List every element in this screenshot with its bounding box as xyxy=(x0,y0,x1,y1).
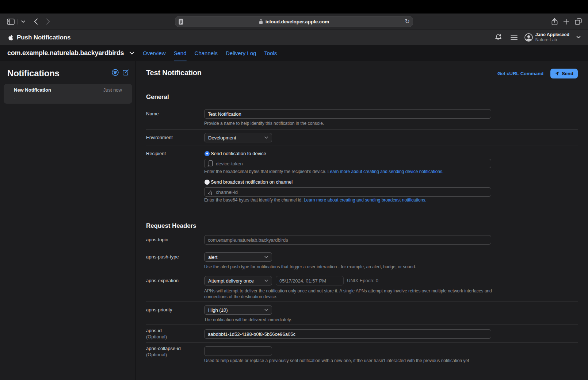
apns-collapse-id-input[interactable] xyxy=(204,346,272,356)
apns-id-label-text: apns-id xyxy=(146,328,162,333)
device-token-input[interactable] xyxy=(204,159,491,168)
apns-priority-help: The notification will be delivered immed… xyxy=(204,317,493,323)
forward-button-icon[interactable] xyxy=(46,18,50,25)
channel-help-text: Enter the base64 bytes that identify the… xyxy=(204,197,304,203)
channel-learn-more-link[interactable]: Learn more about creating and sending br… xyxy=(304,197,427,203)
device-help: Enter the hexadecimal bytes that identif… xyxy=(204,169,493,175)
apns-push-type-label: apns-push-type xyxy=(146,254,179,260)
device-radio[interactable] xyxy=(205,151,210,156)
name-label: Name xyxy=(146,111,159,117)
apns-id-label: apns-id(Optional) xyxy=(146,327,167,340)
recipient-label: Recipient xyxy=(146,150,166,157)
tab-tools[interactable]: Tools xyxy=(264,45,277,61)
apns-expiration-label: apns-expiration xyxy=(146,277,179,284)
send-button-label: Send xyxy=(562,71,573,76)
divider xyxy=(146,370,578,370)
apns-topic-input[interactable] xyxy=(204,235,491,245)
bundle-id: com.example.naturelab.backyardbirds xyxy=(7,49,124,57)
divider xyxy=(146,146,578,146)
tab-overview-icon[interactable] xyxy=(575,18,582,25)
account-org: Nature Lab xyxy=(535,38,569,43)
apns-expiration-value: Attempt delivery once xyxy=(208,278,254,284)
divider xyxy=(146,272,578,272)
tab-overview[interactable]: Overview xyxy=(143,45,166,61)
address-bar[interactable]: icloud.developer.apple.com ↻ xyxy=(175,16,413,27)
device-learn-more-link[interactable]: Learn more about creating and sending de… xyxy=(328,169,444,174)
apns-collapse-id-label: apns-collapse-id(Optional) xyxy=(146,345,181,358)
apple-logo-icon xyxy=(8,34,14,41)
apns-expiration-select[interactable]: Attempt delivery once xyxy=(204,276,272,285)
notification-list-item[interactable]: New Notification Just now - xyxy=(4,84,132,104)
apns-id-input[interactable] xyxy=(204,329,491,339)
device-radio-label: Send notification to device xyxy=(211,151,266,156)
apns-expiration-help: APNs will attempt to deliver the notific… xyxy=(204,288,493,300)
tab-send[interactable]: Send xyxy=(174,45,187,61)
content-area: Notifications xyxy=(0,61,588,380)
mac-menu-strip xyxy=(0,0,588,14)
send-button[interactable]: Send xyxy=(550,69,578,78)
sidebar-toggle-icon[interactable] xyxy=(7,19,15,25)
compose-icon[interactable] xyxy=(122,69,129,76)
apns-collapse-id-help: Used to help update or replace a previou… xyxy=(204,358,569,364)
account-name: Jane Appleseed xyxy=(535,32,569,37)
apns-push-type-value: alert xyxy=(208,254,217,260)
apns-priority-label: apns-priority xyxy=(146,307,172,313)
notification-item-time: Just now xyxy=(103,87,122,93)
divider xyxy=(146,87,578,87)
apns-priority-select[interactable]: High (10) xyxy=(204,305,272,315)
lock-icon xyxy=(259,19,263,24)
reload-icon[interactable]: ↻ xyxy=(405,18,410,25)
account-chevron-icon xyxy=(576,36,581,39)
page-title: Test Notification xyxy=(146,69,202,77)
toolbar-divider xyxy=(18,19,18,24)
divider xyxy=(146,301,578,302)
apns-collapse-id-optional: (Optional) xyxy=(146,352,167,357)
sidebar-menu-chevron-icon[interactable] xyxy=(21,20,25,23)
back-button-icon[interactable] xyxy=(34,18,38,25)
name-input[interactable] xyxy=(204,109,491,119)
channel-radio[interactable] xyxy=(205,180,210,185)
unix-epoch-text: UNIX Epoch: 0 xyxy=(347,277,378,284)
apns-id-optional: (Optional) xyxy=(146,334,167,339)
apns-topic-label: apns-topic xyxy=(146,237,168,243)
browser-toolbar: icloud.developer.apple.com ↻ xyxy=(0,14,588,30)
paper-plane-icon xyxy=(555,71,560,76)
section-request-headers: Request Headers xyxy=(146,222,196,230)
device-help-text: Enter the hexadecimal bytes that identif… xyxy=(204,169,328,174)
get-curl-command-link[interactable]: Get cURL Command xyxy=(497,71,543,76)
notification-item-title: New Notification xyxy=(14,87,51,93)
apns-push-type-select[interactable]: alert xyxy=(204,252,272,262)
menu-hamburger-icon[interactable] xyxy=(511,35,518,40)
divider xyxy=(146,342,578,343)
share-icon[interactable] xyxy=(551,18,558,26)
app-header: Push Notifications xyxy=(0,30,588,45)
section-tabs: Overview Send Channels Delivery Log Tool… xyxy=(143,45,277,61)
apns-collapse-id-label-text: apns-collapse-id xyxy=(146,346,181,351)
tab-delivery-log[interactable]: Delivery Log xyxy=(226,45,256,61)
apns-priority-value: High (10) xyxy=(208,307,228,313)
filter-icon[interactable] xyxy=(112,69,119,76)
divider xyxy=(146,214,578,214)
new-tab-icon[interactable] xyxy=(563,19,569,25)
bundle-id-selector[interactable]: com.example.naturelab.backyardbirds xyxy=(7,45,134,61)
environment-select[interactable]: Development xyxy=(204,133,272,142)
apns-push-type-help: Use the alert push type for notification… xyxy=(204,264,493,270)
apns-expiration-date-input[interactable] xyxy=(276,276,344,285)
sidebar-title: Notifications xyxy=(7,68,60,78)
account-menu[interactable]: Jane Appleseed Nature Lab xyxy=(524,32,581,42)
app-subnav: com.example.naturelab.backyardbirds Over… xyxy=(0,45,588,61)
divider xyxy=(146,324,578,325)
notification-editor: Test Notification Get cURL Command Send … xyxy=(136,61,588,380)
bundle-chevron-icon xyxy=(129,51,134,55)
name-help: Provide a name to help identify this not… xyxy=(204,121,493,127)
safari-window: icloud.developer.apple.com ↻ xyxy=(0,0,588,380)
avatar-icon xyxy=(524,33,533,42)
url-text[interactable]: icloud.developer.apple.com xyxy=(266,19,329,24)
environment-label: Environment xyxy=(146,134,173,141)
tab-channels[interactable]: Channels xyxy=(195,45,218,61)
notifications-sidebar: Notifications xyxy=(0,61,136,380)
channel-help: Enter the base64 bytes that identify the… xyxy=(204,197,493,203)
notifications-bell-icon[interactable] xyxy=(495,34,502,41)
channel-radio-label: Send broadcast notification on channel xyxy=(211,179,293,185)
channel-id-input[interactable] xyxy=(204,187,491,197)
